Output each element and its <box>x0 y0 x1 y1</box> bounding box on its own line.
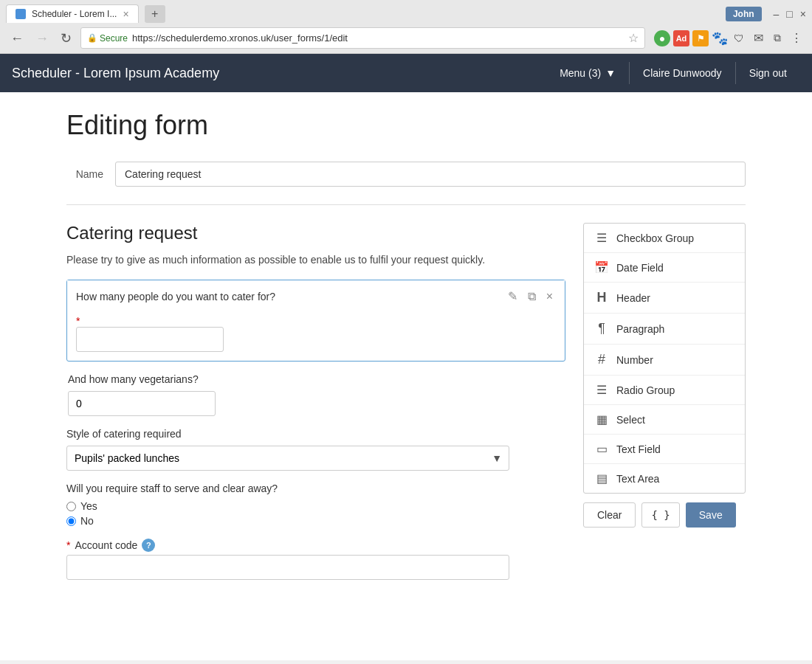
field-label-4: Will you require staff to serve and clea… <box>66 483 565 494</box>
date-field-icon: 📅 <box>594 260 609 274</box>
field-label-1: How many people do you want to cater for… <box>76 291 275 302</box>
save-button[interactable]: Save <box>686 502 736 528</box>
text-area-icon: ▤ <box>594 471 609 485</box>
form-preview: Catering request Please try to give as m… <box>66 223 565 592</box>
field-copy-button-1[interactable]: ⧉ <box>525 288 539 305</box>
editor-area: Catering request Please try to give as m… <box>66 223 746 592</box>
help-icon[interactable]: ? <box>142 539 155 552</box>
tab-favicon <box>16 9 26 19</box>
sidebar-label-radio-group: Radio Group <box>616 384 675 396</box>
field-block-3: Style of catering required Pupils' packe… <box>66 428 565 471</box>
field-block-1: How many people do you want to cater for… <box>66 280 565 362</box>
field-block-4: Will you require staff to serve and clea… <box>66 483 565 527</box>
ext-icon-3[interactable]: ⚑ <box>692 30 709 46</box>
ext-icon-7[interactable]: ⧉ <box>769 30 785 46</box>
account-field-label: Account code <box>75 539 137 551</box>
field-block-2: And how many vegetarians? <box>66 373 565 416</box>
user-label: Claire Dunwoody <box>643 67 722 79</box>
radio-option-yes[interactable]: Yes <box>66 500 565 512</box>
sidebar-item-header[interactable]: H Header <box>584 283 745 314</box>
new-tab-button[interactable]: + <box>145 5 165 23</box>
sidebar-item-text-field[interactable]: ▭ Text Field <box>584 435 745 464</box>
ext-icon-4[interactable]: 🐾 <box>712 30 728 46</box>
clear-button[interactable]: Clear <box>583 502 636 528</box>
sidebar-label-select: Select <box>616 414 645 426</box>
ext-icon-1[interactable]: ● <box>654 30 670 46</box>
form-preview-desc: Please try to give as much information a… <box>66 252 565 268</box>
user-button[interactable]: Claire Dunwoody <box>630 54 735 92</box>
field-label-3: Style of catering required <box>66 428 565 440</box>
tab-label: Scheduler - Lorem I... <box>32 9 117 19</box>
account-label-row: * Account code ? <box>66 539 565 552</box>
menu-arrow-icon: ▼ <box>605 67 616 79</box>
header-nav: Menu (3) ▼ Claire Dunwoody Sign out <box>546 54 800 92</box>
select-icon: ▦ <box>594 412 609 426</box>
select-input[interactable]: Pupils' packed lunches Hot meal Buffet <box>66 446 509 471</box>
radio-yes-label: Yes <box>80 500 97 512</box>
sidebar-label-header: Header <box>616 292 650 304</box>
tab-close-icon[interactable]: × <box>123 9 128 19</box>
form-preview-title: Catering request <box>66 223 565 243</box>
json-button[interactable]: { } <box>641 502 679 528</box>
sidebar-panel: ☰ Checkbox Group 📅 Date Field H Header ¶… <box>583 223 746 494</box>
ext-icon-6[interactable]: ✉ <box>750 30 766 46</box>
bookmark-icon[interactable]: ☆ <box>628 31 639 45</box>
field-block-5: * Account code ? <box>66 539 565 580</box>
radio-yes[interactable] <box>66 502 76 511</box>
browser-tab[interactable]: Scheduler - Lorem I... × <box>6 4 139 23</box>
field-input-2[interactable] <box>68 391 216 416</box>
browser-user-button[interactable]: John <box>726 7 762 21</box>
sidebar-item-text-area[interactable]: ▤ Text Area <box>584 464 745 493</box>
sidebar-item-checkbox-group[interactable]: ☰ Checkbox Group <box>584 224 745 253</box>
sidebar-label-date-field: Date Field <box>616 262 664 274</box>
sidebar-item-date-field[interactable]: 📅 Date Field <box>584 253 745 283</box>
sidebar-actions: Clear { } Save <box>583 502 746 528</box>
signout-button[interactable]: Sign out <box>736 54 800 92</box>
radio-no[interactable] <box>66 516 76 526</box>
sidebar-label-number: Number <box>616 354 653 366</box>
sidebar: ☰ Checkbox Group 📅 Date Field H Header ¶… <box>583 223 746 592</box>
paragraph-icon: ¶ <box>594 321 609 336</box>
select-wrapper: Pupils' packed lunches Hot meal Buffet ▼ <box>66 446 509 471</box>
app-title: Scheduler - Lorem Ipsum Academy <box>12 66 546 81</box>
sidebar-label-paragraph: Paragraph <box>616 323 664 335</box>
field-input-1[interactable] <box>76 327 224 352</box>
menu-button[interactable]: Menu (3) ▼ <box>546 54 629 92</box>
checkbox-group-icon: ☰ <box>594 231 609 245</box>
ext-icon-8[interactable]: ⋮ <box>788 30 805 46</box>
name-label: Name <box>66 168 103 180</box>
ext-icon-5[interactable]: 🛡 <box>731 30 747 46</box>
extension-icons: ● Ad ⚑ 🐾 🛡 ✉ ⧉ ⋮ <box>654 30 805 46</box>
url-text: https://schedulerdemo.xronos.uk/user_for… <box>132 32 624 44</box>
maximize-button[interactable]: □ <box>786 8 792 20</box>
sidebar-item-select[interactable]: ▦ Select <box>584 405 745 435</box>
separator <box>66 204 746 205</box>
header-icon: H <box>594 290 609 305</box>
account-required-star: * <box>66 539 70 551</box>
address-bar[interactable]: 🔒 Secure https://schedulerdemo.xronos.uk… <box>80 27 645 49</box>
minimize-button[interactable]: – <box>774 8 780 20</box>
radio-option-no[interactable]: No <box>66 515 565 527</box>
account-input[interactable] <box>66 555 509 580</box>
reload-button[interactable]: ↻ <box>58 30 75 46</box>
sidebar-item-radio-group[interactable]: ☰ Radio Group <box>584 376 745 405</box>
field-actions-1: ✎ ⧉ × <box>505 288 556 305</box>
field-delete-button-1[interactable]: × <box>543 288 556 305</box>
sidebar-item-paragraph[interactable]: ¶ Paragraph <box>584 314 745 345</box>
text-field-icon: ▭ <box>594 442 609 456</box>
forward-button[interactable]: → <box>32 30 52 46</box>
window-controls: – □ × <box>774 8 806 20</box>
name-row: Name <box>66 162 746 187</box>
sidebar-label-text-field: Text Field <box>616 443 661 455</box>
number-icon: # <box>594 352 609 367</box>
secure-badge: 🔒 Secure <box>87 33 128 44</box>
main-content: Editing form Name Catering request Pleas… <box>0 92 812 660</box>
close-button[interactable]: × <box>800 8 806 20</box>
radio-group-icon: ☰ <box>594 383 609 397</box>
back-button[interactable]: ← <box>7 30 27 46</box>
field-edit-button-1[interactable]: ✎ <box>505 288 520 305</box>
page-title: Editing form <box>66 110 746 141</box>
sidebar-item-number[interactable]: # Number <box>584 345 745 376</box>
name-input[interactable] <box>115 162 746 187</box>
ext-icon-2[interactable]: Ad <box>673 30 689 46</box>
